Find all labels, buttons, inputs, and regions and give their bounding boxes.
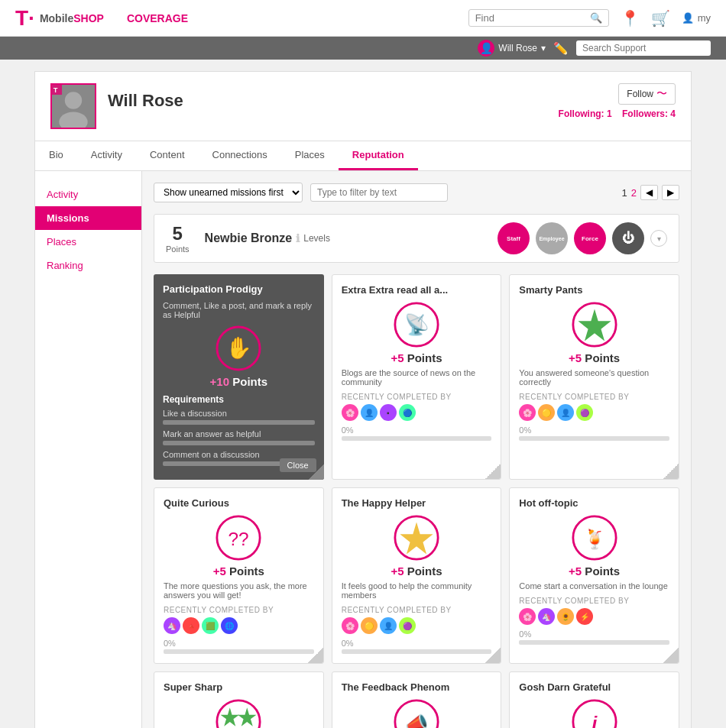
sidebar: Activity Missions Places Ranking: [35, 171, 142, 728]
badge-power[interactable]: ⏻: [612, 222, 644, 254]
mini-avatar: 🟩: [202, 617, 219, 634]
tab-activity[interactable]: Activity: [77, 141, 136, 170]
points-label: Points: [166, 244, 190, 254]
support-search[interactable]: [576, 40, 711, 56]
sidebar-item-activity[interactable]: Activity: [35, 183, 141, 206]
main-search[interactable]: 🔍: [468, 9, 609, 27]
edit-icon[interactable]: ✏️: [553, 41, 569, 56]
mission-card-smarty: Smarty Pants +5 Points You answered some…: [509, 274, 679, 480]
support-user[interactable]: Will Rose ▾: [478, 40, 546, 57]
progress-pct: 0%: [519, 425, 669, 435]
svg-text:i: i: [591, 713, 598, 728]
mission-title: Smarty Pants: [519, 284, 669, 296]
support-avatar: [478, 40, 494, 57]
tab-content[interactable]: Content: [136, 141, 199, 170]
prev-page-button[interactable]: ◀: [640, 185, 658, 200]
avatars-row: 🌸 🦄 🌻 ⚡: [519, 608, 669, 625]
mission-card-extra: Extra Extra read all a... 📡 +5 Points Bl…: [332, 274, 502, 480]
mission-card-feedback: The Feedback Phenom 📣 +10 Points: [332, 671, 502, 728]
mission-icon-question: ??: [216, 515, 261, 561]
following-count: 1: [607, 108, 612, 119]
avatars-row: 🦄 🔺 🟩 🌐: [164, 617, 314, 634]
sidebar-item-places[interactable]: Places: [35, 230, 141, 254]
tab-connections[interactable]: Connections: [199, 141, 281, 170]
mission-points: +5 Points: [342, 565, 492, 578]
user-my-label: my: [698, 12, 711, 24]
svg-point-25: [217, 700, 260, 728]
tab-bio[interactable]: Bio: [35, 141, 77, 170]
mission-title: The Happy Helper: [342, 497, 492, 509]
mission-icon-star-gold: [394, 515, 439, 561]
mini-avatar: 🟡: [361, 617, 378, 634]
user-menu[interactable]: 👤 my: [682, 12, 711, 24]
page-1[interactable]: 1: [622, 187, 627, 199]
mission-icon-rss: 📡: [394, 302, 439, 348]
sidebar-item-missions[interactable]: Missions: [35, 206, 141, 230]
next-page-button[interactable]: ▶: [662, 185, 679, 200]
sidebar-item-ranking[interactable]: Ranking: [35, 254, 141, 277]
req-bar-helpful: [163, 441, 315, 445]
corner-fold: [663, 464, 679, 479]
mission-title: Hot off-topic: [519, 497, 669, 509]
mini-avatar: 🔵: [399, 404, 416, 421]
content-area: Activity Missions Places Ranking Show un…: [35, 171, 691, 728]
svg-text:Staff: Staff: [507, 235, 520, 242]
level-name: Newbie Bronze: [205, 231, 293, 245]
mission-title: Extra Extra read all a...: [342, 284, 492, 296]
tab-places[interactable]: Places: [281, 141, 339, 170]
corner-fold: [308, 648, 323, 663]
badge-staff[interactable]: Staff: [498, 222, 530, 254]
follow-button[interactable]: Follow 〜: [618, 83, 676, 105]
mission-icon-hand: ✋: [216, 325, 261, 371]
user-avatar-icon: 👤: [682, 12, 694, 24]
sort-select[interactable]: Show unearned missions first: [154, 183, 303, 202]
top-nav: T· Mobile SHOP COVERAGE 🔍 📍 🛒 👤 my: [0, 0, 726, 37]
mini-avatar: ▪: [380, 404, 397, 421]
mini-avatar: 👤: [380, 617, 397, 634]
missions-toolbar: Show unearned missions first 1 2 ◀ ▶: [154, 183, 679, 202]
cart-icon[interactable]: 🛒: [651, 9, 670, 28]
requirements-title: Requirements: [163, 394, 315, 405]
mini-avatar: 👤: [557, 404, 574, 421]
search-icon: 🔍: [590, 12, 602, 24]
mission-card-participation: Participation Prodigy Comment, Like a po…: [154, 274, 324, 480]
svg-marker-27: [238, 707, 256, 726]
level-info: Newbie Bronze ℹ Levels: [205, 231, 330, 245]
badge-force[interactable]: Force: [574, 222, 606, 254]
points-summary: 5 Points Newbie Bronze ℹ Levels Staff Em…: [154, 214, 679, 263]
mission-icon-megaphone: 📣: [394, 699, 439, 728]
mission-title: Quite Curious: [164, 497, 314, 509]
shop-link[interactable]: SHOP: [73, 12, 104, 24]
nav-icons: 📍 🛒 👤 my: [621, 9, 711, 28]
filter-input[interactable]: [310, 183, 448, 202]
mini-avatar: 🌸: [342, 617, 358, 634]
mission-desc: Come start a conversation in the lounge: [519, 581, 669, 590]
tab-reputation[interactable]: Reputation: [339, 141, 418, 170]
svg-marker-18: [578, 309, 611, 341]
followers-label: Followers:: [622, 108, 670, 119]
svg-marker-22: [400, 522, 433, 554]
mission-title: Super Sharp: [164, 681, 314, 693]
svg-text:⏻: ⏻: [622, 231, 634, 244]
info-icon[interactable]: ℹ: [296, 232, 300, 244]
search-input[interactable]: [475, 12, 590, 24]
profile-header: T Will Rose Follow 〜 Following: 1 Follow…: [35, 72, 691, 141]
page-2[interactable]: 2: [631, 187, 637, 199]
progress-pct: 0%: [342, 425, 492, 435]
points-number: 5: [166, 223, 190, 244]
following-label: Following:: [559, 108, 607, 119]
avatars-row: 🌸 🟡 👤 🟣: [519, 404, 669, 421]
mini-avatar: 🌻: [557, 608, 574, 625]
mission-desc: Comment, Like a post, and mark a reply a…: [163, 301, 315, 319]
avatars-row: 🌸 🟡 👤 🟣: [342, 617, 492, 634]
badge-more-arrow[interactable]: ▾: [650, 230, 667, 247]
mission-desc: The more questions you ask, the more ans…: [164, 581, 314, 600]
support-search-input[interactable]: [582, 43, 705, 53]
mini-avatar: 👤: [361, 404, 378, 421]
badge-employee[interactable]: Employee: [536, 222, 568, 254]
mini-avatar: 🌸: [342, 404, 358, 421]
location-icon[interactable]: 📍: [621, 9, 640, 28]
avatars-row: 🌸 👤 ▪ 🔵: [342, 404, 492, 421]
coverage-link[interactable]: COVERAGE: [127, 12, 188, 24]
req-helpful: Mark an answer as helpful: [163, 429, 315, 438]
